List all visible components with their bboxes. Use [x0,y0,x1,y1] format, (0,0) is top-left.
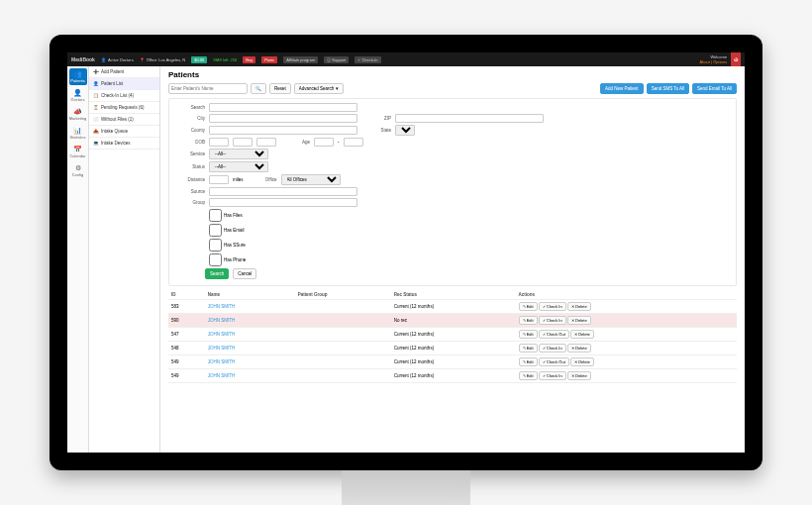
panic-button[interactable]: Panic [261,56,277,63]
page-title: Patients [168,70,737,79]
office-selector[interactable]: 📍 Office: Los Angeles, N [140,57,186,62]
advanced-search-toggle[interactable]: Advanced Search ▾ [294,83,344,94]
checkin-button[interactable]: ✓ Check Out [539,357,569,366]
add-patient-button[interactable]: Add New Patient [600,83,644,94]
has-phone-check[interactable] [209,253,222,266]
edit-button[interactable]: ✎ Edit [519,302,538,311]
status-select[interactable]: --All-- [209,161,268,172]
patient-link[interactable]: JOHN SMITH [208,332,236,337]
brand-logo: MediBook [71,56,95,62]
group-input[interactable] [209,198,357,207]
zip-input[interactable] [395,114,544,123]
edit-button[interactable]: ✎ Edit [519,316,538,325]
edit-button[interactable]: ✎ Edit [519,357,538,366]
send-email-button[interactable]: Send Email To All [692,83,737,94]
delete-button[interactable]: ✕ Delete [567,344,591,353]
adv-cancel-button[interactable]: Cancel [233,268,256,279]
age-to[interactable] [344,138,363,147]
has-email-check[interactable] [209,224,222,237]
rail-doctors[interactable]: 👤Doctors [69,87,87,104]
reset-button[interactable]: Reset [269,83,291,94]
power-icon[interactable]: ⏻ [731,52,741,66]
subnav-item[interactable]: 👤Patient List [89,78,159,90]
has-files-check[interactable] [209,209,222,222]
dob-y[interactable] [256,138,276,147]
affiliate-link[interactable]: Affiliate program [283,56,318,63]
edit-button[interactable]: ✎ Edit [519,344,538,353]
service-select[interactable]: --All-- [209,149,268,159]
active-doctors[interactable]: 👤 Active Doctors [101,57,134,62]
rail-calendar[interactable]: 📅Calendar [69,144,87,160]
table-row: 590JOHN SMITHNo rec✎ Edit ✓ Check In ✕ D… [168,314,737,328]
balance-badge[interactable]: $0.00 [191,56,207,63]
dob-m[interactable] [233,138,253,147]
patient-link[interactable]: JOHN SMITH [208,359,236,364]
subnav-item[interactable]: 📋Check-In List (4) [89,90,159,102]
topbar: MediBook 👤 Active Doctors 📍 Office: Los … [67,52,745,66]
delete-button[interactable]: ✕ Delete [567,371,591,380]
subnav-item[interactable]: ➕Add Patient [89,66,159,78]
adv-search-button[interactable]: Search [205,268,229,279]
patient-link[interactable]: JOHN SMITH [208,318,236,323]
delete-button[interactable]: ✕ Delete [570,357,594,366]
subnav-item[interactable]: 📄Without Files (1) [89,114,159,126]
checkin-button[interactable]: ✓ Check In [539,302,566,311]
county-input[interactable] [209,126,357,135]
dob-d[interactable] [209,138,229,147]
state-select[interactable] [395,125,415,136]
subnav-item[interactable]: 📥Intake Queue [89,126,159,138]
buy-button[interactable]: Buy [243,56,255,63]
checkin-button[interactable]: ✓ Check-In [355,56,380,63]
patients-table: IDNamePatient GroupRec StatusActions 583… [168,290,737,383]
subnav-item[interactable]: ⏳Pending Requests (6) [89,102,159,114]
city-input[interactable] [209,114,357,123]
send-sms-button[interactable]: Send SMS To All [647,83,689,94]
patient-link[interactable]: JOHN SMITH [208,373,236,378]
edit-button[interactable]: ✎ Edit [519,371,538,380]
has-secure-check[interactable] [209,239,222,252]
rail-patients[interactable]: 👥Patients [69,68,87,85]
search-icon-button[interactable]: 🔍 [251,83,266,94]
patients-subnav: ➕Add Patient👤Patient List📋Check-In List … [89,66,160,453]
search-input[interactable] [168,83,248,94]
patient-link[interactable]: JOHN SMITH [208,304,236,309]
checkin-button[interactable]: ✓ Check In [539,316,566,325]
table-row: 548JOHN SMITHCurrent (12 months)✎ Edit ✓… [168,342,737,355]
subnav-item[interactable]: 💻Intake Devices [89,138,159,150]
rail-marketing[interactable]: 📣Marketing [69,106,87,123]
table-row: 549JOHN SMITHCurrent (12 months)✎ Edit ✓… [168,355,737,369]
checkin-button[interactable]: ✓ Check Out [539,330,569,339]
edit-button[interactable]: ✎ Edit [519,330,538,339]
age-from[interactable] [314,138,334,147]
table-row: 547JOHN SMITHCurrent (12 months)✎ Edit ✓… [168,328,737,342]
source-input[interactable] [209,187,357,196]
checkin-button[interactable]: ✓ Check In [539,344,566,353]
checkin-button[interactable]: ✓ Check In [539,371,566,380]
table-row: 583JOHN SMITHCurrent (12 months)✎ Edit ✓… [168,300,737,314]
advanced-search-panel: Search CityZIP CountyState DOBAge- Servi… [168,98,737,286]
delete-button[interactable]: ✕ Delete [567,302,591,311]
sms-left: SMS left: 250 [213,57,237,62]
delete-button[interactable]: ✕ Delete [567,316,591,325]
table-row: 549JOHN SMITHCurrent (12 months)✎ Edit ✓… [168,369,737,383]
patient-link[interactable]: JOHN SMITH [208,346,236,351]
distance-input[interactable] [209,175,229,184]
rail-config[interactable]: ⚙Config [69,162,87,179]
delete-button[interactable]: ✕ Delete [570,330,594,339]
rail-statistics[interactable]: 📊Statistics [69,125,87,142]
support-link[interactable]: ⓘ Support [324,56,349,63]
main-nav-rail: 👥Patients👤Doctors📣Marketing📊Statistics📅C… [67,66,89,453]
adv-search-input[interactable] [209,103,357,112]
office-select[interactable]: All Offices [281,174,341,185]
user-menu[interactable]: About | Options [700,59,728,64]
